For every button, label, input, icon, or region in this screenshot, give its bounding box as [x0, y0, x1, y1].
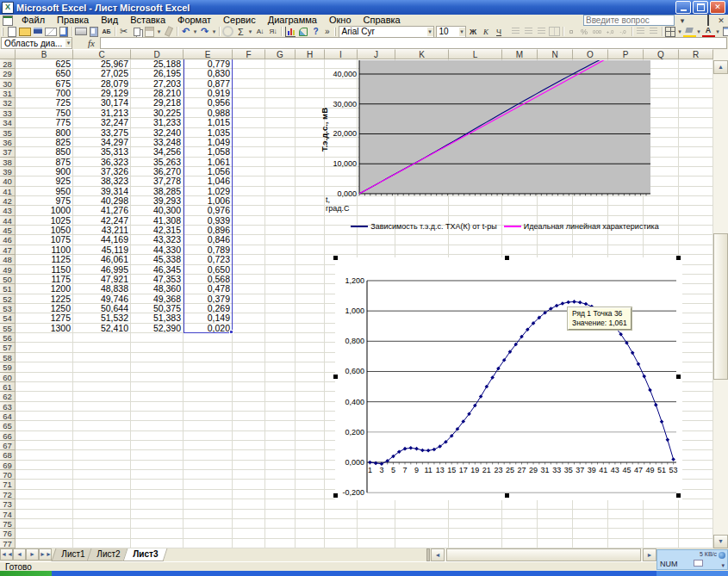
row-header-59[interactable]: 59 [0, 362, 16, 372]
print-preview-icon[interactable] [87, 27, 100, 37]
cell-F70[interactable] [233, 470, 265, 480]
cell-G52[interactable] [265, 294, 296, 304]
cell-C63[interactable] [73, 402, 131, 412]
cell-N46[interactable] [538, 235, 573, 245]
cell-C28[interactable]: 25,967 [73, 59, 131, 69]
menu-item-chart[interactable]: Диаграмма [262, 15, 323, 26]
cell-E58[interactable] [184, 353, 233, 362]
cell-B66[interactable] [16, 431, 73, 441]
row-header-70[interactable]: 70 [0, 470, 16, 480]
cell-M75[interactable] [502, 519, 538, 529]
formula-input[interactable] [100, 37, 727, 49]
cell-P74[interactable] [608, 510, 644, 519]
cell-D60[interactable] [131, 373, 184, 382]
cell-D36[interactable]: 33,248 [131, 138, 184, 147]
cell-C36[interactable]: 34,297 [73, 138, 131, 147]
cell-H52[interactable] [296, 294, 325, 304]
cell-B56[interactable] [16, 333, 73, 343]
cell-E54[interactable]: 0,149 [184, 313, 233, 323]
column-header-Q[interactable]: Q [644, 49, 679, 59]
column-header-H[interactable]: H [296, 49, 325, 59]
cell-E69[interactable] [184, 461, 233, 470]
row-header-53[interactable]: 53 [0, 304, 16, 313]
cell-R41[interactable] [679, 187, 713, 196]
cell-E33[interactable]: 0,988 [184, 108, 233, 118]
cell-H77[interactable] [296, 539, 325, 548]
cell-R74[interactable] [679, 510, 713, 519]
cell-K74[interactable] [395, 510, 449, 519]
cell-F63[interactable] [233, 402, 265, 412]
cell-R39[interactable] [679, 167, 713, 177]
cell-C54[interactable]: 51,532 [73, 313, 131, 323]
cell-G29[interactable] [265, 69, 296, 78]
cell-D64[interactable] [131, 412, 184, 421]
cell-C72[interactable] [73, 490, 131, 499]
cell-B32[interactable]: 725 [16, 98, 73, 108]
cell-C46[interactable]: 44,169 [73, 235, 131, 245]
cell-K77[interactable] [395, 539, 449, 548]
cell-G30[interactable] [265, 79, 296, 89]
cell-M76[interactable] [502, 529, 538, 538]
cell-C45[interactable]: 43,211 [73, 226, 131, 235]
cell-C31[interactable]: 29,129 [73, 89, 131, 98]
cell-F69[interactable] [233, 461, 265, 470]
menu-item-format[interactable]: Формат [171, 15, 217, 26]
cell-G38[interactable] [265, 158, 296, 167]
cell-E48[interactable]: 0,723 [184, 255, 233, 264]
cell-B54[interactable]: 1275 [16, 313, 73, 323]
cell-G32[interactable] [265, 98, 296, 108]
row-header-63[interactable]: 63 [0, 402, 16, 412]
cell-C66[interactable] [73, 431, 131, 441]
cell-D37[interactable]: 34,256 [131, 147, 184, 157]
row-header-42[interactable]: 42 [0, 196, 16, 206]
cell-G60[interactable] [265, 373, 296, 382]
name-box[interactable]: Область диа... ▾ [1, 37, 72, 49]
chart-selection-handle[interactable] [505, 493, 509, 498]
cell-D68[interactable] [131, 450, 184, 460]
cell-F42[interactable] [233, 196, 265, 206]
cell-D42[interactable]: 39,293 [131, 196, 184, 206]
chart-selection-handle[interactable] [676, 256, 681, 260]
row-header-50[interactable]: 50 [0, 275, 16, 284]
cell-G58[interactable] [265, 353, 296, 362]
cell-H67[interactable] [296, 441, 325, 450]
row-header-56[interactable]: 56 [0, 333, 16, 343]
cell-H62[interactable] [296, 392, 325, 401]
bold-button[interactable]: Ж [467, 27, 480, 37]
row-header-32[interactable]: 32 [0, 98, 16, 108]
menu-item-window[interactable]: Окно [323, 15, 358, 26]
cell-H46[interactable] [296, 235, 325, 245]
cell-B30[interactable]: 675 [16, 79, 73, 89]
cell-E28[interactable]: 0,779 [184, 59, 233, 69]
cell-B73[interactable] [16, 499, 73, 509]
cell-D47[interactable]: 44,330 [131, 245, 184, 255]
cell-E44[interactable]: 0,939 [184, 216, 233, 226]
cell-L76[interactable] [449, 529, 502, 538]
insert-function-icon[interactable]: fx [88, 38, 95, 48]
cell-G70[interactable] [265, 470, 296, 480]
toolbar-grip2[interactable] [334, 28, 336, 36]
copy-icon[interactable] [130, 27, 143, 37]
scroll-left-icon[interactable]: ◄ [431, 548, 445, 561]
cell-G42[interactable] [265, 196, 296, 206]
cell-C42[interactable]: 40,298 [73, 196, 131, 206]
cell-D57[interactable] [131, 343, 184, 352]
horizontal-scrollbar[interactable]: ◄ ► [431, 548, 656, 561]
cell-G75[interactable] [265, 519, 296, 529]
cell-B38[interactable]: 875 [16, 158, 73, 167]
cell-E43[interactable]: 0,976 [184, 206, 233, 215]
question-dropdown-icon[interactable]: ▾ [677, 16, 688, 25]
cell-B45[interactable]: 1050 [16, 226, 73, 235]
cell-B55[interactable]: 1300 [16, 324, 73, 333]
cell-G36[interactable] [265, 138, 296, 147]
prev-sheet-button[interactable]: ◄ [13, 548, 26, 561]
cell-D56[interactable] [131, 333, 184, 343]
font-size-select[interactable]: 10 ▾ [436, 26, 466, 38]
drawing-icon[interactable] [296, 27, 309, 37]
cell-E51[interactable]: 0,478 [184, 284, 233, 294]
cell-E42[interactable]: 1,006 [184, 196, 233, 206]
cell-D51[interactable]: 48,360 [131, 284, 184, 294]
cell-B69[interactable] [16, 461, 73, 470]
cell-D38[interactable]: 35,263 [131, 158, 184, 167]
cell-E49[interactable]: 0,650 [184, 265, 233, 275]
